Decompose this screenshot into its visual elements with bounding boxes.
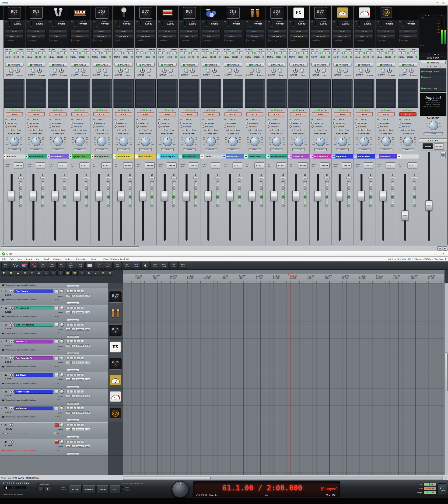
fx-status-line[interactable]: FXMIDI: UMX 610: Channel 1 bbox=[2, 432, 30, 434]
add-effect-icon[interactable]: + bbox=[22, 56, 24, 58]
jog-wheel[interactable] bbox=[172, 481, 189, 498]
bypass-knob[interactable] bbox=[37, 69, 41, 73]
track-mini-button[interactable] bbox=[81, 390, 84, 393]
automation-mode-row[interactable]: onauto▾ bbox=[375, 108, 397, 112]
fx-status-line[interactable]: FX monitoring, record disabled: No input bbox=[2, 332, 36, 334]
toolbar-rend-track-button[interactable]: Rend track bbox=[160, 262, 168, 269]
menu-button[interactable]: MENU bbox=[355, 56, 360, 58]
main-titlebar[interactable]: D-50 ─ □ × bbox=[0, 251, 448, 256]
prev-button[interactable]: ◀ bbox=[37, 486, 44, 491]
add-effect-icon[interactable]: + bbox=[306, 56, 308, 58]
track-name-field[interactable]: Ambience bbox=[15, 406, 54, 411]
cut-button[interactable]: cut bbox=[84, 177, 89, 180]
volume-fader[interactable] bbox=[382, 174, 384, 241]
effects-button[interactable]: effects bbox=[166, 56, 172, 58]
track-mini-button[interactable] bbox=[81, 424, 84, 426]
phase-button[interactable]: Ø bbox=[64, 174, 66, 176]
pan-value[interactable]: center bbox=[314, 148, 327, 151]
track-cut-button[interactable]: CUT bbox=[85, 328, 90, 330]
route-icons[interactable] bbox=[289, 50, 308, 55]
minimize-icon[interactable]: ─ bbox=[424, 252, 431, 255]
effects-button[interactable]: effects bbox=[254, 56, 259, 58]
track-mini-button[interactable] bbox=[66, 306, 70, 309]
pan-value[interactable]: center bbox=[249, 148, 261, 151]
phase-button[interactable]: Ø bbox=[413, 174, 415, 176]
stop-button[interactable]: STOP bbox=[96, 485, 108, 493]
fader-cap[interactable] bbox=[95, 191, 102, 201]
channel-io-row[interactable]: in88out bbox=[158, 128, 177, 132]
speaker-icon[interactable] bbox=[10, 373, 14, 377]
pan-knob[interactable] bbox=[60, 406, 64, 411]
toolbar-routing-icon[interactable] bbox=[29, 262, 38, 269]
fx-status-line[interactable]: FX monitoring, record disabled: No input bbox=[2, 315, 36, 317]
channel-io-row[interactable]: in88out bbox=[311, 128, 330, 132]
solo-safe-label[interactable]: SOLOSAFE bbox=[311, 163, 316, 167]
track-in-button[interactable]: IN bbox=[72, 311, 75, 314]
fx-slot-list[interactable] bbox=[179, 79, 199, 108]
track-label[interactable]: 23 bbox=[397, 154, 419, 159]
io-button[interactable]: In/Out bbox=[5, 30, 24, 34]
menu-button[interactable]: MENU bbox=[27, 56, 32, 58]
toolbar-cut-sel-button[interactable]: Cut sel bbox=[94, 262, 103, 269]
track-mini-button[interactable] bbox=[66, 340, 70, 343]
track-icon-cell[interactable]: FX bbox=[108, 339, 123, 355]
solo-button[interactable]: SOLO bbox=[276, 162, 286, 168]
track-in-button[interactable]: IN bbox=[72, 294, 75, 297]
master-send-button[interactable]: MASTER bbox=[311, 34, 330, 38]
channel-icon-cell[interactable] bbox=[397, 6, 419, 20]
menu-button[interactable]: MENU bbox=[92, 56, 98, 58]
track-grip-icon[interactable]: ≡ bbox=[1, 424, 2, 426]
track-mini-button[interactable] bbox=[77, 407, 80, 410]
automation-off-row[interactable]: off—auto▾ bbox=[5, 118, 24, 121]
cut-button[interactable]: cut bbox=[302, 177, 307, 180]
channel-io-row[interactable]: in88out bbox=[93, 128, 111, 132]
trim-read-button[interactable]: TRIM/READ bbox=[66, 402, 79, 405]
fx-slot-list[interactable] bbox=[354, 79, 375, 108]
trim-read-button[interactable]: TRIM/READ bbox=[71, 63, 89, 67]
horizontal-scrollbar-thumb[interactable] bbox=[124, 476, 211, 479]
monitor-button[interactable]: MONITOR bbox=[93, 121, 111, 125]
add-effect-icon[interactable]: + bbox=[175, 56, 177, 58]
io-button[interactable]: In/Out bbox=[333, 30, 352, 34]
mixer-scroll-right-icon[interactable]: ▶ bbox=[443, 246, 448, 250]
track-insert-button[interactable]: INSERT bbox=[76, 411, 84, 414]
pan-knob[interactable] bbox=[359, 137, 369, 146]
track-label[interactable]: 22Ambience bbox=[375, 154, 397, 159]
track-mini-button[interactable] bbox=[73, 323, 76, 326]
fader-cap[interactable] bbox=[336, 191, 343, 201]
fader-cap[interactable] bbox=[249, 191, 255, 201]
playback-position[interactable]: 61.1.00 / 2:00.000 bbox=[222, 484, 302, 492]
track-mini-button[interactable] bbox=[73, 407, 76, 410]
pan-value[interactable]: center bbox=[183, 148, 196, 151]
mixer-titlebar[interactable]: Mixer ⌖ × bbox=[0, 0, 448, 6]
monitor-button[interactable]: MONITOR bbox=[399, 121, 417, 125]
loop-end-value[interactable]: 293.1.00 bbox=[424, 487, 436, 490]
bypass-knob[interactable] bbox=[103, 69, 107, 73]
solo-safe-label[interactable]: SOLOSAFE bbox=[27, 163, 32, 167]
mixer-scrollbar-thumb[interactable] bbox=[1, 246, 139, 250]
pan-knob[interactable] bbox=[60, 423, 64, 427]
ruler-tick[interactable]: 77.1.002:32.00 bbox=[359, 275, 376, 279]
automation-mode-row[interactable]: onauto▾ bbox=[332, 108, 353, 112]
route-icons[interactable] bbox=[27, 50, 46, 55]
channel-io-row[interactable]: in88out bbox=[115, 128, 133, 132]
track-name-field[interactable]: Bus Percussions bbox=[15, 323, 54, 327]
record-arm-button[interactable] bbox=[54, 289, 59, 293]
cut-button[interactable]: cut bbox=[193, 177, 198, 180]
record-button[interactable]: REC bbox=[110, 485, 121, 493]
pan-value[interactable]: center bbox=[380, 148, 393, 151]
solo-safe-label[interactable]: SOLOSAFE bbox=[115, 163, 119, 167]
speaker-icon[interactable] bbox=[10, 406, 14, 411]
master-send-button[interactable]: MASTER bbox=[289, 34, 308, 38]
fx-status-line[interactable]: FX monitoring, record disabled: No input bbox=[2, 399, 36, 401]
effects-button[interactable]: effects bbox=[188, 56, 194, 58]
trim-read-button[interactable]: TRIM/READ bbox=[268, 63, 286, 67]
arm-button[interactable]: ARM bbox=[246, 112, 263, 116]
metronome-tool-icon[interactable]: ● bbox=[93, 270, 99, 276]
track-grip-icon[interactable]: ≡ bbox=[1, 390, 2, 393]
gain-value[interactable]: 0.00dB bbox=[167, 22, 174, 25]
solo-button[interactable]: SOLO bbox=[320, 162, 329, 168]
monitor-button[interactable]: MONITOR bbox=[333, 121, 352, 125]
track-panel[interactable]: ≡ 16 Percussions ENVININSERTCUT 0.00dB c… bbox=[0, 305, 108, 322]
channel-icon-cell[interactable] bbox=[375, 6, 397, 20]
